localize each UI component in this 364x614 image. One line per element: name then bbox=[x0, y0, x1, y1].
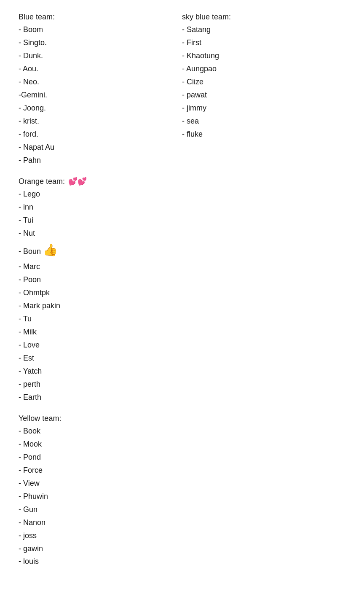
list-item: - Tui bbox=[19, 214, 182, 227]
list-item: - Aou. bbox=[19, 62, 182, 75]
orange-team-label: Orange team: bbox=[19, 177, 65, 186]
skyblue-team-label: sky blue team: bbox=[182, 13, 231, 22]
list-item: - Marc bbox=[19, 260, 182, 273]
list-item: - Yatch bbox=[19, 365, 182, 378]
list-item: - joss bbox=[19, 529, 182, 542]
list-item: - Earth bbox=[19, 391, 182, 404]
list-item: - Aungpao bbox=[182, 62, 345, 75]
list-item: - Tu bbox=[19, 312, 182, 326]
list-item: - Joong. bbox=[19, 102, 182, 115]
skyblue-team-members: - Satang- First- Khaotung- Aungpao- Ciiz… bbox=[182, 23, 345, 141]
blue-team-column: Blue team: - Boom- Singto.- Dunk.- Aou.-… bbox=[19, 13, 182, 578]
hearts-emoji: 💕💕 bbox=[68, 177, 87, 186]
list-item: - Love bbox=[19, 339, 182, 352]
list-item: - Pond bbox=[19, 451, 182, 464]
orange-team-section: Orange team: 💕💕 - Lego- inn- Tui- Nut- B… bbox=[19, 177, 182, 404]
list-item: - Mook bbox=[19, 438, 182, 451]
list-item: - Poon bbox=[19, 273, 182, 286]
list-item: - Satang bbox=[182, 23, 345, 36]
list-item: -Gemini. bbox=[19, 89, 182, 102]
list-item: - View bbox=[19, 477, 182, 490]
blue-team-header: Blue team: bbox=[19, 13, 182, 22]
list-item: - Nanon bbox=[19, 516, 182, 529]
list-item: - gawin bbox=[19, 542, 182, 555]
list-item: - Milk bbox=[19, 326, 182, 339]
orange-team-members: - Lego- inn- Tui- Nut- Boun 👍- Marc- Poo… bbox=[19, 188, 182, 404]
list-item: - louis bbox=[19, 555, 182, 568]
list-item: - Boun 👍 bbox=[19, 240, 182, 260]
list-item: - inn bbox=[19, 201, 182, 214]
list-item: - pawat bbox=[182, 89, 345, 102]
list-item: - jimmy bbox=[182, 102, 345, 115]
yellow-team-members: - Book- Mook- Pond- Force- View- Phuwin-… bbox=[19, 425, 182, 568]
orange-team-header: Orange team: 💕💕 bbox=[19, 177, 182, 186]
list-item: - Neo. bbox=[19, 75, 182, 89]
list-item: - krist. bbox=[19, 115, 182, 128]
list-item: - Singto. bbox=[19, 36, 182, 49]
list-item: - First bbox=[182, 36, 345, 49]
list-item: - Khaotung bbox=[182, 49, 345, 62]
list-item: - Est bbox=[19, 352, 182, 365]
skyblue-team-header: sky blue team: bbox=[182, 13, 345, 22]
list-item: - Dunk. bbox=[19, 49, 182, 62]
list-item: - Phuwin bbox=[19, 490, 182, 503]
list-item: - ford. bbox=[19, 128, 182, 141]
list-item: - Nut bbox=[19, 227, 182, 240]
list-item: - Lego bbox=[19, 188, 182, 201]
list-item: - Napat Au bbox=[19, 141, 182, 154]
blue-team-section: Blue team: - Boom- Singto.- Dunk.- Aou.-… bbox=[19, 13, 182, 167]
blue-team-members: - Boom- Singto.- Dunk.- Aou.- Neo.-Gemin… bbox=[19, 23, 182, 167]
list-item: - Book bbox=[19, 425, 182, 438]
list-item: - fluke bbox=[182, 128, 345, 141]
list-item: - Boom bbox=[19, 23, 182, 36]
yellow-team-label: Yellow team: bbox=[19, 414, 61, 423]
yellow-team-header: Yellow team: bbox=[19, 414, 182, 423]
list-item: - Ciize bbox=[182, 75, 345, 89]
skyblue-team-column: sky blue team: - Satang- First- Khaotung… bbox=[182, 13, 345, 578]
list-item: - Ohmtpk bbox=[19, 286, 182, 299]
list-item: - perth bbox=[19, 378, 182, 391]
yellow-team-section: Yellow team: - Book- Mook- Pond- Force- … bbox=[19, 414, 182, 568]
list-item: - sea bbox=[182, 115, 345, 128]
list-item: - Mark pakin bbox=[19, 299, 182, 312]
list-item: - Gun bbox=[19, 503, 182, 516]
list-item: - Pahn bbox=[19, 154, 182, 167]
blue-team-label: Blue team: bbox=[19, 13, 55, 22]
list-item: - Force bbox=[19, 464, 182, 477]
skyblue-team-section: sky blue team: - Satang- First- Khaotung… bbox=[182, 13, 345, 141]
